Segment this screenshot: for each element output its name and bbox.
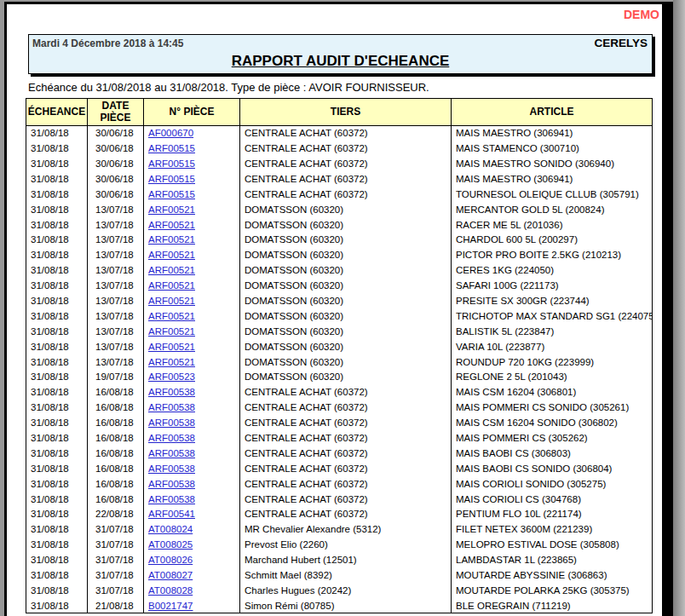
echeance-cell: 31/08/18: [26, 598, 88, 613]
date-piece-cell: 13/07/18: [88, 262, 144, 278]
piece-link[interactable]: AT008024: [148, 524, 193, 534]
tiers-cell: CENTRALE ACHAT (60372): [240, 461, 452, 476]
article-cell: MAIS BAOBI CS (306803): [452, 446, 653, 461]
date-piece-cell: 16/08/18: [88, 415, 144, 430]
tiers-cell: CENTRALE ACHAT (60372): [240, 171, 452, 187]
date-piece-cell: 31/07/18: [88, 537, 144, 552]
article-cell: MAIS MAESTRO SONIDO (306940): [452, 156, 653, 171]
article-cell: LAMBDASTAR 1L (223865): [452, 552, 653, 567]
date-piece-cell: 16/08/18: [88, 476, 144, 492]
piece-link[interactable]: AT008025: [148, 539, 193, 550]
piece-link[interactable]: ARF00521: [148, 342, 195, 352]
tiers-cell: DOMATSSON (60320): [240, 233, 452, 248]
echeance-cell: 31/08/18: [26, 308, 88, 324]
echeance-cell: 31/08/18: [26, 171, 88, 187]
piece-link[interactable]: AT008027: [148, 570, 193, 580]
piece-cell: ARF00538: [144, 476, 240, 492]
article-cell: PICTOR PRO BOITE 2.5KG (210213): [452, 247, 653, 262]
echeance-cell: 31/08/18: [26, 217, 88, 233]
piece-cell: AT008027: [144, 567, 240, 583]
piece-link[interactable]: ARF00515: [148, 174, 195, 184]
tiers-cell: CENTRALE ACHAT (60372): [240, 415, 452, 430]
piece-cell: ARF00521: [144, 324, 240, 339]
echeance-cell: 31/08/18: [26, 384, 88, 400]
tiers-cell: DOMATSSON (60320): [240, 247, 452, 262]
piece-link[interactable]: ARF00521: [148, 296, 195, 306]
piece-link[interactable]: ARF00538: [148, 479, 195, 489]
article-cell: MAIS CORIOLI SONIDO (305275): [452, 476, 653, 492]
date-piece-cell: 30/06/18: [88, 141, 144, 156]
piece-link[interactable]: ARF00538: [148, 448, 195, 458]
piece-link[interactable]: ARF00523: [148, 371, 195, 382]
piece-link[interactable]: ARF00515: [148, 189, 195, 199]
piece-link[interactable]: ARF00515: [148, 158, 195, 169]
echeance-cell: 31/08/18: [26, 141, 88, 156]
piece-link[interactable]: ARF00538: [148, 387, 195, 397]
piece-link[interactable]: ARF00538: [148, 494, 195, 504]
piece-link[interactable]: ARF00521: [148, 220, 195, 230]
piece-cell: ARF00523: [144, 370, 240, 385]
date-piece-cell: 31/07/18: [88, 521, 144, 537]
date-piece-cell: 13/07/18: [88, 278, 144, 293]
tiers-cell: MR Chevalier Alexandre (5312): [240, 521, 452, 537]
table-row: 31/08/1813/07/18ARF00521DOMATSSON (60320…: [26, 233, 653, 248]
echeance-cell: 31/08/18: [26, 507, 88, 522]
piece-link[interactable]: ARF00515: [148, 143, 195, 153]
table-row: 31/08/1813/07/18ARF00521DOMATSSON (60320…: [26, 293, 653, 308]
piece-link[interactable]: ARF00521: [148, 311, 195, 321]
date-piece-cell: 16/08/18: [88, 430, 144, 446]
piece-link[interactable]: AT008028: [148, 585, 193, 596]
article-cell: MAIS MAESTRO (306941): [452, 171, 653, 187]
article-cell: TRICHOTOP MAX STANDARD SG1 (224075): [452, 308, 653, 324]
piece-link[interactable]: ARF00521: [148, 326, 195, 337]
piece-link[interactable]: ARF00521: [148, 234, 195, 245]
piece-link[interactable]: ARF00541: [148, 509, 195, 519]
piece-link[interactable]: ARF00538: [148, 433, 195, 443]
piece-link[interactable]: ARF00538: [148, 417, 195, 428]
piece-cell: ARF00521: [144, 217, 240, 233]
table-row: 31/08/1813/07/18ARF00521DOMATSSON (60320…: [26, 308, 653, 324]
article-cell: CHARDOL 600 5L (200297): [452, 233, 653, 248]
piece-link[interactable]: ARF00521: [148, 265, 195, 275]
piece-cell: ARF00538: [144, 415, 240, 430]
table-row: 31/08/1830/06/18ARF00515CENTRALE ACHAT (…: [26, 171, 653, 187]
column-header-date-piece: DATE PIÈCE: [88, 99, 144, 126]
date-piece-cell: 30/06/18: [88, 125, 144, 141]
piece-cell: ARF00521: [144, 262, 240, 278]
article-cell: TOURNESOL OLEIQUE CLLUB (305791): [452, 187, 653, 202]
article-cell: MOUTARDE POLARKA 25KG (305375): [452, 583, 653, 598]
piece-link[interactable]: ARF00521: [148, 280, 195, 291]
piece-link[interactable]: AT008026: [148, 555, 193, 565]
echeance-cell: 31/08/18: [26, 293, 88, 308]
piece-link[interactable]: ARF00521: [148, 204, 195, 215]
piece-link[interactable]: ARF00521: [148, 250, 195, 260]
echeance-cell: 31/08/18: [26, 552, 88, 567]
echeance-cell: 31/08/18: [26, 583, 88, 598]
piece-cell: ARF00515: [144, 187, 240, 202]
table-row: 31/08/1830/06/18AF000670CENTRALE ACHAT (…: [26, 125, 653, 141]
table-row: 31/08/1831/07/18AT008027Schmitt Mael (83…: [26, 567, 653, 583]
column-header-numero-piece: N° PIÈCE: [144, 99, 240, 126]
piece-link[interactable]: AF000670: [148, 128, 193, 138]
date-piece-cell: 31/07/18: [88, 567, 144, 583]
piece-link[interactable]: ARF00538: [148, 463, 195, 474]
company-name: CERELYS: [594, 37, 648, 49]
table-row: 31/08/1813/07/18ARF00521DOMATSSON (60320…: [26, 354, 653, 370]
piece-link[interactable]: B0021747: [148, 601, 193, 611]
article-cell: MAIS MAESTRO (306941): [452, 125, 653, 141]
table-row: 31/08/1819/07/18ARF00523DOMATSSON (60320…: [26, 370, 653, 385]
piece-cell: AF000670: [144, 125, 240, 141]
date-piece-cell: 21/08/18: [88, 598, 144, 613]
table-row: 31/08/1813/07/18ARF00521DOMATSSON (60320…: [26, 278, 653, 293]
report-header-box: Mardi 4 Décembre 2018 à 14:45 CERELYS RA…: [28, 34, 653, 74]
tiers-cell: CENTRALE ACHAT (60372): [240, 492, 452, 507]
date-piece-cell: 16/08/18: [88, 446, 144, 461]
piece-link[interactable]: ARF00521: [148, 357, 195, 367]
echeance-cell: 31/08/18: [26, 476, 88, 492]
table-row: 31/08/1831/07/18AT008026Marchand Hubert …: [26, 552, 653, 567]
table-row: 31/08/1831/07/18AT008028Charles Hugues (…: [26, 583, 653, 598]
page-drop-shadow: [673, 0, 685, 616]
piece-cell: ARF00521: [144, 339, 240, 354]
report-table: ÉCHEANCEDATE PIÈCEN° PIÈCETIERSARTICLE 3…: [26, 98, 653, 613]
piece-link[interactable]: ARF00538: [148, 402, 195, 412]
